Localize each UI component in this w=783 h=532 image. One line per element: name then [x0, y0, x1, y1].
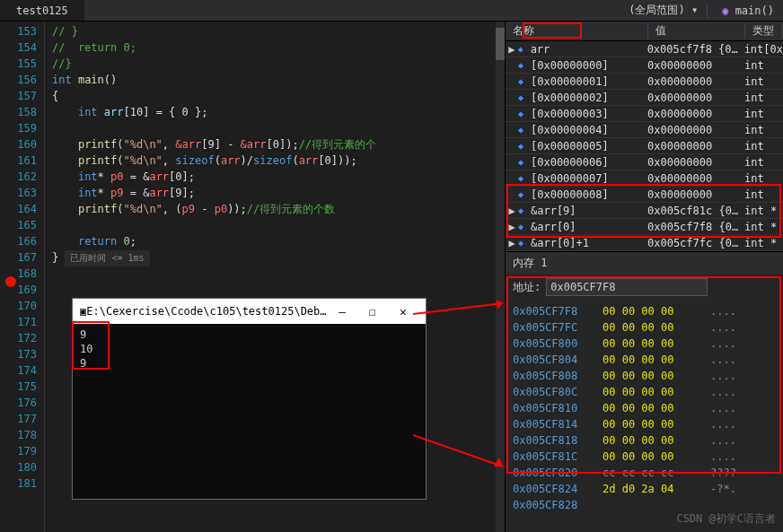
timing-hint: 已用时间 <= 1ms [65, 250, 149, 266]
watermark: CSDN @初学C语言者 [676, 511, 776, 527]
close-button[interactable]: ✕ [388, 305, 418, 318]
scope-dropdown[interactable]: (全局范围) ▾ [620, 3, 708, 18]
memory-row: 0x005CF81C00 00 00 00.... [513, 449, 776, 465]
top-tabs: test0125 (全局范围) ▾ ◉ main() [0, 0, 783, 22]
memory-address-input[interactable] [546, 278, 708, 296]
watch-row[interactable]: ◆ [0x00000008]0x00000000int [506, 187, 783, 203]
memory-row: 0x005CF80400 00 00 00.... [513, 352, 776, 368]
watch-row[interactable]: ▶◆&arr[9]0x005cf81c {0x...int * [506, 203, 783, 219]
console-icon: ▣ [80, 305, 86, 318]
debug-panel: 名称 值 类型 ▶◆arr0x005cf7f8 {0x...int[0x◆ [0… [505, 22, 783, 532]
console-window[interactable]: ▣ E:\Cexercise\Ccode\c105\test0125\Deb..… [72, 298, 427, 500]
watch-row[interactable]: ▶◆arr0x005cf7f8 {0x...int[0x [506, 41, 783, 57]
watch-header: 名称 值 类型 [506, 22, 783, 41]
watch-row[interactable]: ◆ [0x00000007]0x00000000int [506, 170, 783, 187]
memory-row: 0x005CF820cc cc cc cc???? [513, 465, 776, 481]
console-titlebar[interactable]: ▣ E:\Cexercise\Ccode\c105\test0125\Deb..… [73, 299, 426, 324]
memory-row: 0x005CF7FC00 00 00 00.... [513, 319, 776, 336]
memory-row: 0x005CF8242d d0 2a 04-?*. [513, 481, 776, 497]
watch-row[interactable]: ◆ [0x00000001]0x00000000int [506, 74, 783, 90]
memory-row: 0x005CF80000 00 00 00.... [513, 336, 776, 352]
watch-row[interactable]: ◆ [0x00000004]0x00000000int [506, 122, 783, 138]
watch-row[interactable]: ◆ [0x00000000]0x00000000int [506, 57, 783, 74]
fn-dropdown[interactable]: ◉ main() [708, 4, 783, 17]
file-tab[interactable]: test0125 [0, 0, 84, 21]
memory-row: 0x005CF81400 00 00 00.... [513, 416, 776, 432]
watch-row[interactable]: ▶◆&arr[0]+10x005cf7fc {0x...int * [506, 235, 783, 251]
console-title-text: E:\Cexercise\Ccode\c105\test0125\Deb... [86, 305, 327, 318]
mem-addr-label: 地址: [513, 280, 541, 295]
memory-body[interactable]: 0x005CF7F800 00 00 00....0x005CF7FC00 00… [506, 300, 783, 532]
scrollbar[interactable] [496, 22, 505, 532]
maximize-button[interactable]: ☐ [357, 305, 388, 318]
watch-row[interactable]: ◆ [0x00000005]0x00000000int [506, 138, 783, 154]
memory-row: 0x005CF80800 00 00 00.... [513, 368, 776, 384]
memory-row: 0x005CF80C00 00 00 00.... [513, 384, 776, 400]
memory-row: 0x005CF81000 00 00 00.... [513, 400, 776, 416]
memory-title: 内存 1 [506, 251, 783, 275]
console-output: 9 10 9 [73, 324, 426, 374]
watch-row[interactable]: ▶◆&arr[0]0x005cf7f8 {0x...int * [506, 219, 783, 235]
watch-row[interactable]: ◆ [0x00000002]0x00000000int [506, 90, 783, 106]
watch-row[interactable]: ◆ [0x00000003]0x00000000int [506, 106, 783, 122]
memory-row: 0x005CF81800 00 00 00.... [513, 432, 776, 449]
breakpoint-icon[interactable] [5, 276, 16, 287]
watch-rows[interactable]: ▶◆arr0x005cf7f8 {0x...int[0x◆ [0x0000000… [506, 41, 783, 251]
watch-row[interactable]: ◆ [0x00000006]0x00000000int [506, 154, 783, 170]
memory-row: 0x005CF7F800 00 00 00.... [513, 303, 776, 319]
minimize-button[interactable]: — [327, 305, 357, 318]
